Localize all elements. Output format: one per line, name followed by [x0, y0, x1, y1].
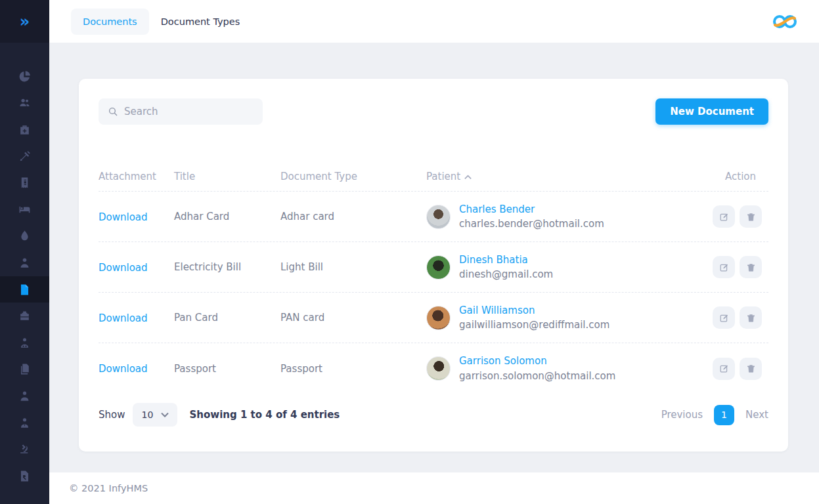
sidebar-item-doctors[interactable]: [0, 329, 49, 356]
sidebar-item-blood-bank[interactable]: [0, 223, 49, 250]
syringe-icon: [18, 150, 31, 163]
sidebar-item-reports[interactable]: [0, 356, 49, 383]
user-badge-icon: [18, 390, 31, 402]
column-header-action: Action: [713, 171, 768, 182]
patient-name-link[interactable]: Dinesh Bhatia: [459, 254, 528, 266]
sidebar-menu: [0, 43, 49, 484]
edit-icon: [719, 313, 729, 323]
edit-button[interactable]: [713, 306, 735, 329]
invoice-dollar-icon: [18, 177, 31, 189]
delete-button[interactable]: [740, 256, 762, 278]
sidebar-item-patients[interactable]: [0, 90, 49, 117]
edit-button[interactable]: [713, 358, 735, 380]
sidebar-toggle-button[interactable]: »: [0, 0, 49, 43]
documents-card: New Document Attachment Title Document T…: [79, 79, 788, 452]
edit-icon: [719, 212, 729, 222]
patient-email: garrison.solomon@hotmail.com: [459, 369, 615, 384]
doctor-icon: [18, 337, 31, 349]
new-document-button[interactable]: New Document: [655, 98, 768, 125]
pie-chart-icon: [18, 70, 31, 83]
copyright-text: © 2021 InfyHMS: [69, 483, 148, 494]
files-icon: [18, 363, 31, 375]
column-header-attachment[interactable]: Attachment: [99, 171, 174, 182]
documents-table: Attachment Title Document Type Patient A…: [99, 161, 768, 394]
table-row: Download Adhar Card Adhar card Charles B…: [99, 192, 768, 242]
column-header-patient[interactable]: Patient: [426, 171, 713, 182]
document-title: Pan Card: [174, 312, 280, 324]
patient-cell: Gail Williamson gailwilliamson@rediffmai…: [426, 303, 713, 333]
trash-icon: [746, 212, 756, 222]
document-title: Electricity Bill: [174, 261, 280, 273]
patient-avatar: [426, 356, 451, 381]
table-row: Download Pan Card PAN card Gail Williams…: [99, 293, 768, 343]
pagination: Previous 1 Next: [661, 405, 768, 425]
delete-button[interactable]: [740, 205, 762, 228]
download-link[interactable]: Download: [99, 211, 148, 223]
download-link[interactable]: Download: [99, 363, 148, 375]
tab-documents[interactable]: Documents: [71, 9, 149, 35]
previous-page-button[interactable]: Previous: [661, 409, 703, 421]
edit-button[interactable]: [713, 205, 735, 228]
patient-cell: Charles Bender charles.bender@hotmail.co…: [426, 202, 713, 232]
trash-icon: [746, 313, 756, 323]
topbar: Documents Document Types: [49, 0, 819, 43]
download-link[interactable]: Download: [99, 312, 148, 324]
patient-name-link[interactable]: Garrison Solomon: [459, 355, 547, 367]
patient-email: dinesh@gmail.com: [459, 267, 553, 282]
infinity-logo-icon: [770, 11, 799, 32]
search-icon: [108, 106, 118, 117]
download-link[interactable]: Download: [99, 262, 148, 274]
column-header-title[interactable]: Title: [174, 171, 280, 182]
table-row: Download Electricity Bill Light Bill Din…: [99, 242, 768, 293]
column-header-document-type[interactable]: Document Type: [280, 171, 426, 182]
sidebar-item-staff[interactable]: [0, 383, 49, 410]
document-icon: [18, 284, 31, 296]
sidebar-item-pathology[interactable]: [0, 436, 49, 463]
patient-avatar: [426, 306, 451, 330]
show-label: Show: [99, 409, 125, 421]
page-size-select[interactable]: 10: [133, 403, 177, 427]
entries-summary: Showing 1 to 4 of 4 entries: [189, 409, 340, 421]
patient-email: charles.bender@hotmail.com: [459, 217, 604, 232]
medical-kit-icon: [18, 123, 31, 136]
medicine-box-icon: [18, 310, 31, 322]
delete-button[interactable]: [740, 306, 762, 329]
document-type: PAN card: [280, 312, 426, 324]
edit-button[interactable]: [713, 256, 735, 278]
trash-icon: [746, 262, 756, 272]
patient-name-link[interactable]: Charles Bender: [459, 203, 535, 215]
blood-drop-icon: [18, 230, 31, 242]
page-size-value: 10: [141, 410, 153, 420]
sidebar-item-billing[interactable]: [0, 169, 49, 196]
users-icon: [18, 96, 31, 109]
current-page-button[interactable]: 1: [714, 405, 734, 425]
delete-button[interactable]: [740, 358, 762, 380]
document-type: Passport: [280, 363, 426, 375]
prescription-icon: [18, 470, 31, 482]
patient-cell: Garrison Solomon garrison.solomon@hotmai…: [426, 354, 713, 383]
document-type: Light Bill: [280, 261, 426, 273]
patient-name-link[interactable]: Gail Williamson: [459, 304, 535, 316]
sidebar-item-bed-management[interactable]: [0, 196, 49, 223]
search-input[interactable]: [124, 106, 254, 117]
sidebar: »: [0, 0, 49, 504]
double-chevron-right-icon: »: [20, 14, 30, 30]
tab-document-types[interactable]: Document Types: [149, 9, 252, 35]
sidebar-item-medical-kit[interactable]: [0, 116, 49, 143]
sidebar-item-medicines[interactable]: [0, 303, 49, 329]
sidebar-item-injections[interactable]: [0, 143, 49, 170]
sidebar-item-documents[interactable]: [0, 276, 49, 303]
sidebar-item-patient-cases[interactable]: [0, 249, 49, 276]
patient-cell: Dinesh Bhatia dinesh@gmail.com: [426, 253, 713, 282]
next-page-button[interactable]: Next: [745, 409, 768, 421]
patient-email: gailwilliamson@rediffmail.com: [459, 318, 609, 333]
patient-avatar: [426, 255, 451, 280]
microscope-icon: [18, 443, 31, 455]
chevron-down-icon: [161, 412, 169, 417]
sidebar-item-accountants[interactable]: [0, 410, 49, 436]
sidebar-item-prescriptions[interactable]: [0, 463, 49, 484]
sidebar-item-dashboard[interactable]: [0, 63, 49, 90]
page-footer: © 2021 InfyHMS: [49, 472, 819, 504]
document-title: Passport: [174, 363, 280, 375]
search-box: [99, 98, 263, 125]
